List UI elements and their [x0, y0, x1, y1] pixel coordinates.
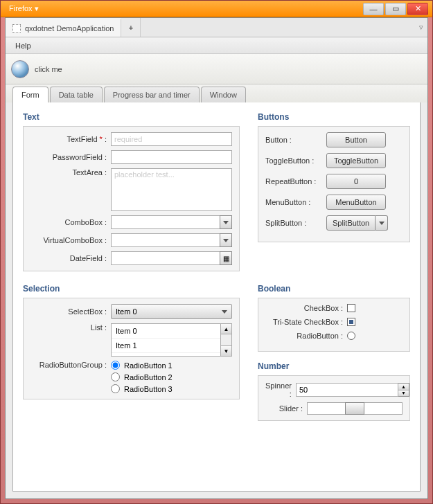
selection-group-title: Selection	[23, 284, 240, 294]
minimize-button[interactable]: —	[363, 3, 384, 15]
combobox-input[interactable]	[111, 215, 220, 229]
tristate-checkbox-label: Tri-State CheckBox :	[265, 318, 347, 326]
virtualcombobox-label: VirtualComboBox :	[30, 236, 107, 244]
globe-icon[interactable]	[11, 60, 29, 78]
close-button[interactable]: ✕	[407, 3, 428, 15]
scroll-up-icon[interactable]: ▲	[221, 324, 231, 334]
passwordfield-input[interactable]	[111, 150, 232, 164]
split-button[interactable]: SplitButton	[326, 215, 375, 231]
firefox-titlebar: Firefox ▾ — ▭ ✕	[1, 1, 432, 17]
selectbox-value: Item 0	[116, 307, 137, 316]
radiobutton-2[interactable]: RadioButton 2	[111, 372, 173, 381]
list-item[interactable]: Item 1	[112, 339, 220, 353]
passwordfield-label: PasswordField :	[30, 153, 107, 161]
textfield-label: TextField * :	[30, 135, 107, 143]
list-scrollbar[interactable]: ▲ ▼	[221, 323, 232, 357]
spinner-down-icon[interactable]: ▼	[398, 390, 409, 397]
virtualcombobox-drop-icon[interactable]	[220, 233, 232, 247]
tab-data-table[interactable]: Data table	[50, 87, 103, 102]
slider-label: Slider :	[265, 404, 303, 413]
menu-button[interactable]: MenuButton	[326, 195, 386, 210]
scroll-down-icon[interactable]: ▼	[221, 345, 231, 356]
textarea-input[interactable]	[111, 168, 232, 211]
selectbox-label: SelectBox :	[30, 307, 107, 316]
textfield-input[interactable]	[111, 132, 232, 146]
togglebutton-label: ToggleButton :	[265, 156, 326, 165]
tab-progress[interactable]: Progress bar and timer	[104, 87, 200, 102]
new-tab-button[interactable]: +	[121, 18, 141, 37]
menubutton-label: MenuButton :	[265, 198, 326, 206]
radiobuttongroup-label: RadioButtonGroup :	[30, 361, 107, 369]
selectbox[interactable]: Item 0	[111, 304, 232, 319]
virtualcombobox-input[interactable]	[111, 233, 220, 247]
spinner-up-icon[interactable]: ▲	[398, 384, 409, 390]
combobox-label: ComboBox :	[30, 218, 107, 226]
repeatbutton-label: RepeatButton :	[265, 177, 326, 186]
toggle-button[interactable]: ToggleButton	[326, 153, 386, 168]
list-item[interactable]: Item 0	[112, 324, 220, 339]
tab-window[interactable]: Window	[201, 87, 246, 102]
tristate-checkbox[interactable]	[347, 318, 355, 326]
text-group-title: Text	[23, 112, 240, 122]
radiobutton-1[interactable]: RadioButton 1	[111, 361, 173, 370]
calendar-icon[interactable]: ▦	[220, 251, 232, 265]
tab-overflow-icon[interactable]: ▿	[419, 23, 423, 32]
checkbox-label: CheckBox :	[265, 304, 347, 312]
slider-track[interactable]	[307, 402, 403, 415]
radiobutton[interactable]	[347, 332, 355, 340]
splitbutton-label: SplitButton :	[265, 219, 326, 227]
spinner-label: Spinner :	[265, 381, 292, 398]
datefield-input[interactable]	[111, 251, 220, 265]
browser-tab[interactable]: qxdotnet DemoApplication	[6, 18, 121, 37]
listbox[interactable]: Item 0 Item 1	[111, 323, 221, 357]
button-label: Button :	[265, 136, 326, 144]
radiobutton-3[interactable]: RadioButton 3	[111, 384, 173, 393]
slider-thumb[interactable]	[345, 402, 364, 415]
list-label: List :	[30, 323, 107, 332]
maximize-button[interactable]: ▭	[385, 3, 406, 15]
browser-name[interactable]: Firefox ▾	[5, 2, 43, 15]
number-group-title: Number	[258, 361, 410, 371]
split-button-drop-icon[interactable]	[375, 215, 388, 231]
chevron-down-icon	[222, 310, 227, 314]
spinner-input[interactable]	[296, 383, 398, 397]
boolean-group-title: Boolean	[258, 284, 410, 294]
button[interactable]: Button	[326, 132, 386, 147]
buttons-group-title: Buttons	[258, 112, 410, 122]
repeat-button[interactable]: 0	[326, 174, 386, 189]
tab-form[interactable]: Form	[12, 87, 48, 102]
textarea-label: TextArea :	[30, 168, 107, 177]
tab-title: qxdotnet DemoApplication	[25, 24, 114, 33]
radiobutton-label: RadioButton :	[265, 332, 347, 340]
menubar: Help	[6, 37, 427, 54]
datefield-label: DateField :	[30, 254, 107, 262]
help-menu[interactable]: Help	[10, 39, 37, 52]
combobox-drop-icon[interactable]	[220, 215, 232, 229]
tab-favicon	[12, 24, 21, 33]
click-me-label[interactable]: click me	[35, 65, 62, 73]
checkbox[interactable]	[347, 304, 355, 312]
